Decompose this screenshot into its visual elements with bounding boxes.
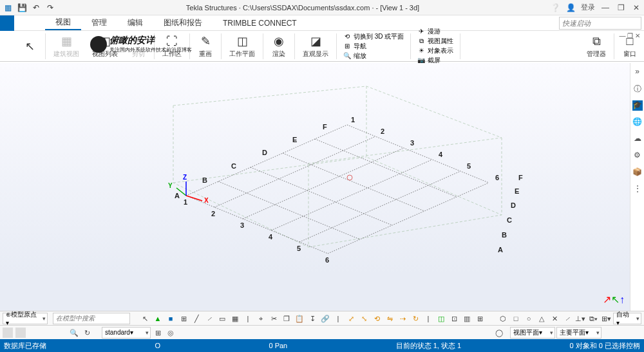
tb-ui3[interactable]: ▥ [461, 313, 473, 324]
tb-track[interactable]: ⌖ [255, 313, 267, 324]
tb-rect[interactable]: ▭ [216, 313, 228, 324]
tb-move1[interactable]: ⤢ [345, 313, 357, 324]
tb2-target[interactable]: ◎ [165, 327, 176, 338]
tb-polar[interactable]: ↻ [410, 313, 421, 324]
ribbon-collapse[interactable]: — ❐ ✕ [619, 32, 640, 39]
svg-text:Y: Y [168, 182, 173, 189]
tb-shape3[interactable]: ○ [523, 313, 535, 324]
tb-dd2[interactable]: ⧉▾ [587, 313, 599, 324]
user-icon[interactable]: 👤 [565, 3, 576, 13]
svg-text:3: 3 [240, 221, 244, 229]
sq-btn-1[interactable] [3, 328, 13, 338]
tb-shape1[interactable]: ⬡ [497, 313, 509, 324]
tb-mirror[interactable]: ⇋ [384, 313, 395, 324]
ribbon-workplane[interactable]: ◫工作平面 [223, 31, 261, 62]
redo-icon[interactable]: ↷ [45, 3, 55, 13]
tb-square[interactable]: ■ [165, 313, 176, 324]
ribbon-zoom[interactable]: 🔍缩放 [343, 51, 404, 60]
tb2-grid-snap[interactable]: ⊞ [152, 327, 164, 338]
ribbon-cursor[interactable]: ↖ [15, 31, 44, 62]
ribbon-fly[interactable]: ✈漫游 [417, 27, 453, 36]
save-icon[interactable]: 💾 [17, 3, 27, 13]
tb-dash[interactable]: ⟋ [204, 313, 215, 324]
tb-shape2[interactable]: □ [510, 313, 522, 324]
side-more[interactable]: ⋮ [632, 184, 643, 194]
tb-dd3[interactable]: ⊞▾ [600, 313, 612, 324]
minimize-icon[interactable]: — [600, 3, 611, 13]
side-expand[interactable]: » [632, 67, 643, 77]
side-package[interactable]: 📦 [632, 167, 643, 178]
tb-ui4[interactable]: ⊞ [474, 313, 486, 324]
tb-sep1: | [242, 313, 254, 324]
tb-paste[interactable]: 📋 [294, 313, 305, 324]
tb-grid[interactable]: ⊞ [178, 313, 189, 324]
tb-shape4[interactable]: △ [536, 313, 547, 324]
tb2-search[interactable]: 🔍 [68, 327, 80, 338]
ribbon-render[interactable]: ◉渲染 [265, 31, 293, 62]
fly-icon: ✈ [417, 28, 425, 35]
tb-sep2: | [332, 313, 344, 324]
ribbon-navigate[interactable]: ⊞导航 [343, 42, 404, 51]
main-plane-select[interactable]: 主要平面▾ [556, 327, 601, 338]
svg-text:5: 5 [297, 245, 301, 252]
tb2-refresh[interactable]: ↻ [81, 327, 93, 338]
svg-line-6 [186, 125, 347, 196]
ribbon-visual[interactable]: ◪直观显示 [296, 31, 335, 62]
3d-viewport[interactable]: X Y Z A B C D E F A B C D E F 1 2 3 4 5 … [0, 63, 630, 311]
ribbon-viewprops[interactable]: ⧉视图属性 [417, 37, 453, 46]
tb-ui2[interactable]: ⊡ [448, 313, 460, 324]
quick-launch-input[interactable] [559, 17, 641, 30]
tb-point[interactable]: ▲ [152, 313, 164, 324]
login-label[interactable]: 登录 [581, 3, 595, 13]
menu-bar: 视图 管理 编辑 图纸和报告 TRIMBLE CONNECT [0, 15, 644, 31]
maximize-icon[interactable]: ❐ [616, 3, 626, 13]
ribbon-block-view: ✈漫游 ⧉视图属性 ☀对象表示 📷截屏 [412, 27, 459, 65]
tb-push[interactable]: ↧ [307, 313, 318, 324]
menu-manage[interactable]: 管理 [81, 15, 117, 30]
side-web[interactable]: 🌐 [632, 117, 643, 127]
menu-drawings[interactable]: 图纸和报告 [153, 15, 213, 30]
side-cloud[interactable]: ☁ [632, 134, 643, 144]
tb-shape6[interactable]: ⟋ [562, 313, 573, 324]
ribbon-objrep[interactable]: ☀对象表示 [417, 46, 453, 55]
menu-trimble[interactable]: TRIMBLE CONNECT [213, 15, 307, 30]
tb-move2[interactable]: ⤡ [358, 313, 370, 324]
side-learn[interactable]: 🎓 [632, 100, 643, 111]
standard-select[interactable]: standard▾ [102, 327, 151, 338]
tb-shape5[interactable]: ✕ [549, 313, 560, 324]
side-settings[interactable]: ⚙ [632, 151, 643, 161]
tb-line[interactable]: ╱ [191, 313, 202, 324]
sq-btn-2[interactable] [15, 328, 26, 338]
tb2-shape-circle[interactable]: ◯ [493, 327, 505, 338]
menu-view[interactable]: 视图 [45, 15, 81, 30]
close-icon[interactable]: ✕ [631, 3, 641, 13]
tb-cursor[interactable]: ↖ [139, 313, 151, 324]
ribbon-3d-toggle[interactable]: ⟲切换到 3D 或平面 [343, 32, 404, 41]
tb-dd1[interactable]: ⊥▾ [574, 313, 586, 324]
tb-ui1[interactable]: ◫ [435, 313, 447, 324]
tb-linear[interactable]: ⇢ [397, 313, 408, 324]
undo-icon[interactable]: ↶ [31, 3, 41, 13]
menu-edit[interactable]: 编辑 [117, 15, 153, 30]
help-icon[interactable]: ❔ [550, 3, 560, 13]
svg-text:6: 6 [325, 256, 329, 264]
tb-pattern[interactable]: ▦ [229, 313, 241, 324]
tb-cut[interactable]: ✂ [268, 313, 279, 324]
model-search-input[interactable] [53, 313, 130, 324]
status-bar: 数据库已存储 O 0 Pan 目前的状态 1, 状态 1 0 对象和 0 已选择… [0, 339, 644, 352]
svg-line-3 [283, 153, 424, 211]
tb-link[interactable]: 🔗 [319, 313, 331, 324]
model-origin-select[interactable]: ⊕模型原点▾ [3, 313, 48, 324]
svg-text:4: 4 [269, 233, 273, 241]
tb-copy[interactable]: ❐ [281, 313, 292, 324]
tb-rotate[interactable]: ⟲ [371, 313, 383, 324]
auto-select[interactable]: 自动▾ [613, 313, 641, 324]
view-plane-select[interactable]: 视图平面▾ [510, 327, 555, 338]
ribbon-manager[interactable]: ⧉管理器 [580, 31, 612, 62]
side-info[interactable]: ⓘ [632, 84, 643, 94]
toolbar-row-1: ⊕模型原点▾ ↖ ▲ ■ ⊞ ╱ ⟋ ▭ ▦ | ⌖ ✂ ❐ 📋 ↧ 🔗 | ⤢… [0, 311, 644, 325]
svg-line-5 [347, 125, 489, 183]
ribbon-block-nav: ⟲切换到 3D 或平面 ⊞导航 🔍缩放 [338, 32, 409, 60]
svg-text:A: A [498, 246, 503, 254]
ribbon-redraw[interactable]: ✎重画 [191, 31, 220, 62]
